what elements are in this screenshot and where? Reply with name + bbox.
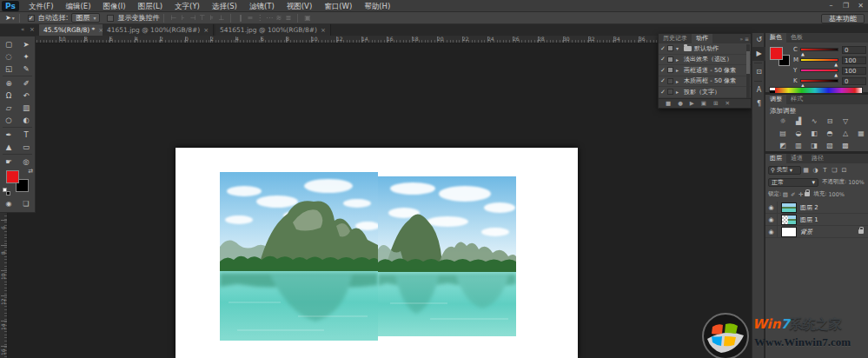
panel-close-icon[interactable]: ×: [30, 24, 35, 36]
auto-select-checkbox[interactable]: ✓: [28, 15, 35, 22]
dialog-toggle-icon[interactable]: [667, 56, 673, 63]
brightness-contrast-icon[interactable]: ☼: [778, 117, 788, 125]
tab-close-icon[interactable]: ×: [203, 27, 209, 34]
selective-color-icon[interactable]: ▧: [825, 142, 835, 149]
cyan-value-field[interactable]: 0: [842, 46, 866, 54]
hand-tool[interactable]: ☛: [0, 156, 17, 168]
close-button[interactable]: ✕: [853, 0, 868, 11]
layer-row-1[interactable]: ◉ 图层 1: [765, 214, 868, 226]
align-bottom-icon[interactable]: ⊥: [216, 14, 226, 22]
panel-collapse-icon[interactable]: »: [739, 36, 743, 42]
magenta-value-field[interactable]: 100: [842, 56, 866, 64]
layer-name[interactable]: 图层 1: [800, 215, 818, 224]
lasso-tool[interactable]: ◌: [0, 50, 17, 63]
menu-view[interactable]: 视图(V): [281, 0, 318, 12]
layer-name[interactable]: 图层 2: [800, 203, 818, 212]
tool-preset-caret-icon[interactable]: ▾: [12, 15, 15, 21]
horizontal-ruler[interactable]: 108642024681012141618202224262830323436: [9, 36, 752, 43]
show-transform-checkbox[interactable]: [107, 15, 114, 22]
gradient-map-icon[interactable]: ▩: [840, 142, 851, 149]
toggle-item-check[interactable]: ✓: [659, 67, 667, 74]
toggle-item-check[interactable]: ✓: [659, 45, 667, 52]
filter-type-layers-icon[interactable]: T: [820, 167, 830, 174]
color-lookup-icon[interactable]: ▦: [856, 129, 866, 137]
gradient-tool[interactable]: ▥: [17, 102, 35, 114]
eyedropper-tool[interactable]: ✎: [17, 63, 35, 75]
align-right-icon[interactable]: ⊣: [188, 14, 197, 22]
hue-saturation-icon[interactable]: ▤: [778, 129, 788, 137]
menu-window[interactable]: 窗口(W): [318, 0, 358, 12]
dodge-tool[interactable]: ◐: [17, 114, 35, 126]
blur-tool[interactable]: ○: [0, 114, 17, 126]
background-layer-row[interactable]: ◉ 背景: [765, 226, 868, 238]
tab-color[interactable]: 颜色: [765, 33, 786, 43]
tab-close-icon[interactable]: ×: [321, 27, 326, 34]
expand-triangle-icon[interactable]: ▸: [676, 78, 684, 84]
expand-triangle-icon[interactable]: ▸: [676, 67, 684, 73]
dialog-toggle-icon[interactable]: [667, 45, 673, 51]
expand-triangle-icon[interactable]: ▸: [676, 89, 684, 95]
blend-mode-dropdown[interactable]: 正常 ▾: [768, 178, 818, 187]
workspace-switcher-button[interactable]: 基本功能: [821, 14, 865, 23]
delete-icon[interactable]: ✕: [725, 100, 729, 107]
distribute-hcenter-icon[interactable]: ≋: [274, 14, 283, 22]
panel-collapse-icon[interactable]: «: [21, 24, 24, 36]
expand-triangle-icon[interactable]: ▸: [676, 56, 684, 63]
menu-filter[interactable]: 滤镜(T): [243, 0, 281, 12]
yellow-slider[interactable]: ▲: [800, 69, 838, 72]
cyan-slider[interactable]: ▲: [800, 48, 838, 51]
dialog-toggle-icon[interactable]: [667, 89, 673, 95]
black-slider[interactable]: ▲: [800, 79, 838, 83]
scrollbar-thumb[interactable]: [746, 51, 750, 74]
layer-row-2[interactable]: ◉ 图层 2: [765, 202, 868, 214]
channel-mixer-icon[interactable]: △: [840, 129, 851, 137]
zoom-tool[interactable]: ◎: [17, 156, 35, 168]
invert-icon[interactable]: ◩: [778, 142, 788, 149]
tab-styles[interactable]: 样式: [786, 95, 807, 104]
black-white-icon[interactable]: ◧: [809, 129, 819, 137]
clone-stamp-tool[interactable]: Ω: [0, 90, 17, 102]
align-vcenter-icon[interactable]: ⊧: [207, 14, 216, 22]
paragraph-panel-icon[interactable]: ¶: [752, 97, 765, 111]
lock-all-icon[interactable]: [805, 192, 810, 196]
pen-tool[interactable]: ✒: [0, 129, 17, 141]
dialog-toggle-icon[interactable]: [667, 78, 673, 84]
menu-image[interactable]: 图像(I): [97, 0, 132, 12]
layer-thumbnail[interactable]: [781, 202, 797, 213]
distribute-top-icon[interactable]: ∥: [235, 14, 245, 22]
swap-colors-icon[interactable]: ⇄: [28, 168, 33, 175]
rectangular-marquee-tool[interactable]: ▢: [0, 38, 17, 50]
landscape-photo-layer-1[interactable]: [220, 172, 378, 341]
filter-smart-objects-icon[interactable]: ⊡: [839, 167, 849, 174]
tab-swatches[interactable]: 色板: [786, 33, 807, 43]
align-hcenter-icon[interactable]: ⊦: [178, 14, 188, 22]
character-panel-icon[interactable]: A: [752, 83, 765, 97]
exposure-icon[interactable]: ⊟: [825, 117, 835, 125]
expand-triangle-icon[interactable]: ▾: [676, 45, 684, 51]
action-row[interactable]: ✓ ▸ 画框通道 - 50 像素: [659, 65, 751, 76]
lock-pixels-icon[interactable]: ✐: [789, 191, 797, 198]
lock-transparent-icon[interactable]: ▨: [781, 191, 789, 198]
tab-channels[interactable]: 通道: [786, 154, 807, 163]
play-icon[interactable]: ▶: [690, 100, 694, 107]
distribute-vcenter-icon[interactable]: ≡: [245, 14, 255, 22]
panel-menu-icon[interactable]: ≡: [745, 36, 749, 42]
toggle-item-check[interactable]: ✓: [659, 56, 667, 63]
landscape-photo-layer-2[interactable]: [378, 176, 516, 336]
history-brush-tool[interactable]: ↶: [17, 90, 35, 102]
vibrance-icon[interactable]: ▽: [840, 117, 851, 125]
photo-filter-icon[interactable]: ◓: [825, 129, 835, 137]
toggle-item-check[interactable]: ✓: [659, 89, 667, 96]
filter-adjustment-layers-icon[interactable]: ◑: [811, 167, 820, 174]
dialog-toggle-icon[interactable]: [667, 67, 673, 73]
auto-align-icon[interactable]: ▣: [302, 14, 312, 22]
new-action-icon[interactable]: ⊞: [713, 100, 718, 107]
lock-position-icon[interactable]: ✛: [797, 191, 805, 198]
type-tool[interactable]: T: [17, 129, 35, 141]
yellow-value-field[interactable]: 100: [842, 67, 866, 75]
scrollbar[interactable]: [746, 44, 750, 99]
document-tab-2[interactable]: 41651.jpg @ 100%(RGB/8#)×: [103, 24, 214, 36]
layer-filter-dropdown[interactable]: ⚲ 类型 ▾: [768, 166, 801, 175]
document-tab-1[interactable]: 45.5%(RGB/8) *×: [39, 24, 109, 36]
menu-edit[interactable]: 编辑(E): [60, 0, 97, 12]
